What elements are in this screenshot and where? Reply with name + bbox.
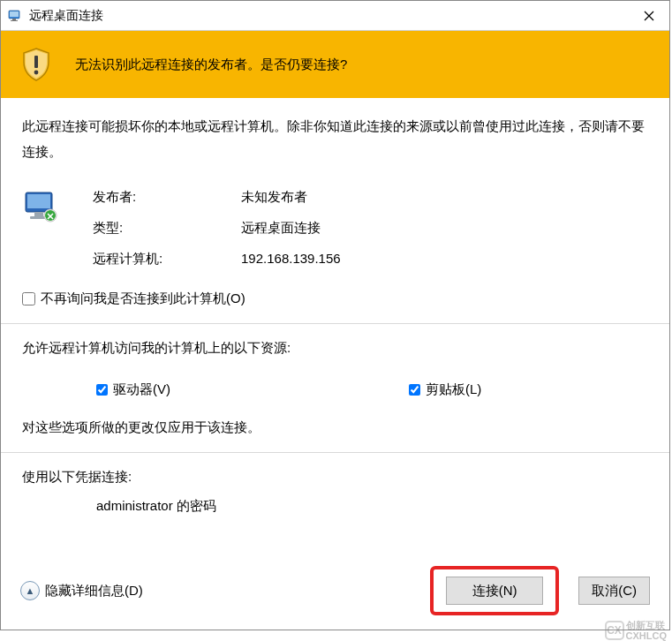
info-row-publisher: 发布者: 未知发布者 (93, 189, 341, 206)
remote-label: 远程计算机: (93, 251, 241, 268)
info-row-remote: 远程计算机: 192.168.139.156 (93, 251, 341, 268)
dont-ask-row: 不再询问我是否连接到此计算机(O) (22, 290, 648, 307)
connect-button[interactable]: 连接(N) (446, 577, 543, 605)
close-button[interactable] (629, 1, 669, 31)
credentials-intro: 使用以下凭据连接: (22, 469, 648, 486)
hide-details-toggle[interactable]: ▲ 隐藏详细信息(D) (20, 581, 143, 600)
clipboard-label[interactable]: 剪贴板(L) (426, 381, 481, 398)
drives-label[interactable]: 驱动器(V) (113, 381, 170, 398)
svg-rect-1 (10, 11, 19, 17)
svg-rect-6 (34, 56, 38, 68)
connect-highlight: 连接(N) (430, 566, 559, 615)
info-row-type: 类型: 远程桌面连接 (93, 220, 341, 237)
credentials-section: 使用以下凭据连接: administrator 的密码 (1, 453, 669, 531)
credentials-value: administrator 的密码 (96, 498, 648, 515)
remote-value: 192.168.139.156 (241, 251, 341, 268)
dont-ask-label[interactable]: 不再询问我是否连接到此计算机(O) (41, 290, 245, 307)
window-title: 远程桌面连接 (29, 8, 629, 24)
drives-checkbox[interactable] (96, 384, 108, 396)
drives-check-item: 驱动器(V) (96, 381, 170, 398)
clipboard-check-item: 剪贴板(L) (409, 381, 481, 398)
dialog-window: 远程桌面连接 无法识别此远程连接的发布者。是否仍要连接? 此远程连接可能损坏你的… (0, 0, 670, 630)
connection-info: 发布者: 未知发布者 类型: 远程桌面连接 远程计算机: 192.168.139… (22, 189, 648, 268)
resources-note: 对这些选项所做的更改仅应用于该连接。 (22, 419, 648, 436)
info-grid: 发布者: 未知发布者 类型: 远程桌面连接 远程计算机: 192.168.139… (93, 189, 341, 268)
cancel-button[interactable]: 取消(C) (578, 577, 650, 605)
monitor-icon (22, 189, 57, 224)
titlebar: 远程桌面连接 (1, 1, 669, 31)
type-label: 类型: (93, 220, 241, 237)
resources-section: 允许远程计算机访问我的计算机上的以下资源: 驱动器(V) 剪贴板(L) 对这些选… (1, 324, 669, 453)
footer-buttons: 连接(N) 取消(C) (430, 566, 650, 615)
footer: ▲ 隐藏详细信息(D) 连接(N) 取消(C) (1, 550, 669, 630)
watermark-line2: CXHLCQ (626, 630, 667, 641)
svg-rect-3 (11, 20, 18, 21)
banner-text: 无法识别此远程连接的发布者。是否仍要连接? (75, 57, 347, 73)
dont-ask-checkbox[interactable] (22, 292, 35, 305)
shield-warning-icon (19, 47, 54, 82)
hide-details-label: 隐藏详细信息(D) (45, 583, 143, 600)
app-icon (8, 9, 22, 23)
svg-rect-2 (12, 19, 16, 20)
clipboard-checkbox[interactable] (409, 384, 420, 396)
close-icon (644, 11, 654, 21)
publisher-label: 发布者: (93, 189, 241, 206)
warning-description: 此远程连接可能损坏你的本地或远程计算机。除非你知道此连接的来源或以前曾使用过此连… (22, 114, 648, 164)
svg-rect-10 (34, 212, 43, 216)
details-section: 此远程连接可能损坏你的本地或远程计算机。除非你知道此连接的来源或以前曾使用过此连… (1, 98, 669, 324)
svg-rect-9 (27, 194, 50, 208)
type-value: 远程桌面连接 (241, 220, 321, 237)
svg-point-7 (34, 71, 39, 75)
resources-checks: 驱动器(V) 剪贴板(L) (96, 381, 648, 398)
warning-banner: 无法识别此远程连接的发布者。是否仍要连接? (1, 31, 669, 98)
resources-intro: 允许远程计算机访问我的计算机上的以下资源: (22, 340, 648, 357)
chevron-up-icon: ▲ (20, 581, 40, 600)
publisher-value: 未知发布者 (241, 189, 307, 206)
